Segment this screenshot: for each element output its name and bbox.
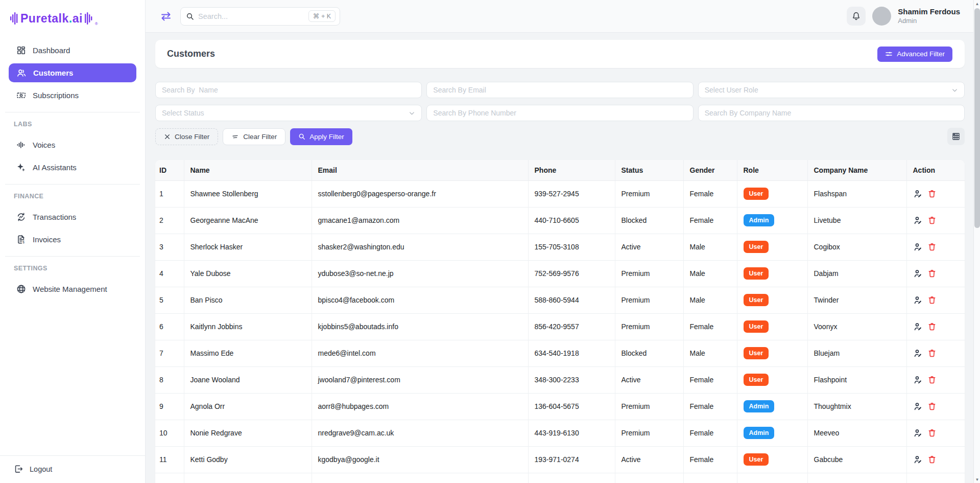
topbar-right: Shamim Ferdous Admin [847,7,960,26]
cell-empty [807,473,906,483]
column-header-email: Email [312,160,528,180]
filter-email-input[interactable] [433,86,686,94]
edit-customer-button[interactable] [913,322,923,332]
edit-customer-button[interactable] [913,216,923,225]
advanced-filter-button[interactable]: Advanced Filter [877,47,952,62]
cell-email: shasker2@washington.edu [312,234,528,260]
cell-company: Flashpoint [807,366,906,393]
edit-customer-button[interactable] [913,428,923,438]
clear-filter-button[interactable]: Clear Filter [223,128,285,145]
delete-customer-button[interactable] [927,349,937,358]
column-header-id: ID [155,160,184,180]
cell-phone: 588-860-5944 [528,287,615,313]
waveform-icon [16,140,26,150]
user-edit-icon [913,322,923,332]
sidebar-item-label: AI Assistants [33,163,77,172]
cell-name: Ketti Godby [184,446,312,473]
sidebar-item-website-management[interactable]: Website Management [9,280,136,298]
delete-customer-button[interactable] [927,402,937,411]
trash-icon [927,295,937,305]
globe-icon [16,284,26,294]
sidebar-item-ai-assistants[interactable]: AI Assistants [9,158,136,177]
edit-customer-button[interactable] [913,189,923,199]
sidebar-toggle-button[interactable] [160,10,172,22]
edit-customer-button[interactable] [913,295,923,305]
cell-status: Blocked [615,340,683,366]
cell-name: Yale Dubose [184,260,312,287]
cell-action [906,287,965,313]
table-row: 2 Georgeanne MacAne gmacane1@amazon.com … [155,207,965,234]
delete-customer-button[interactable] [927,189,937,198]
scrollbar-up-arrow[interactable]: ▲ [974,0,980,7]
table-row: 10 Nonie Redgrave nredgrave9@cam.ac.uk 4… [155,420,965,446]
edit-customer-button[interactable] [913,402,923,411]
delete-customer-button[interactable] [927,428,937,438]
sliders-icon [885,50,893,58]
sidebar-item-subscriptions[interactable]: Subscriptions [9,86,136,105]
delete-customer-button[interactable] [927,322,937,331]
notifications-button[interactable] [847,7,866,26]
logout-button[interactable]: Logout [0,455,145,483]
bell-icon [851,11,861,21]
sidebar-section-labs: LABS [0,120,145,132]
sidebar-item-transactions[interactable]: Transactions [9,208,136,226]
search-shortcut-badge: ⌘ + K [308,10,336,22]
edit-customer-button[interactable] [913,455,923,465]
clear-filter-label: Clear Filter [243,133,277,141]
user-avatar[interactable] [872,7,891,26]
user-edit-icon [913,269,923,279]
cell-gender: Male [683,260,737,287]
cell-gender: Female [683,446,737,473]
scrollbar-down-arrow[interactable]: ▼ [974,476,980,483]
table-row: 9 Agnola Orr aorr8@hubpages.com 136-604-… [155,393,965,420]
edit-customer-button[interactable] [913,349,923,358]
delete-customer-button[interactable] [927,269,937,278]
delete-customer-button[interactable] [927,216,937,225]
cell-id: 2 [155,207,184,234]
table-row: 7 Massimo Ede mede6@intel.com 634-540-19… [155,340,965,366]
apply-filter-button[interactable]: Apply Filter [290,128,352,145]
delete-customer-button[interactable] [927,455,937,464]
column-header-status: Status [615,160,683,180]
sidebar-item-invoices[interactable]: $ Invoices [9,230,136,249]
logo-wave-left-icon [10,8,18,29]
cell-phone: 193-971-0274 [528,446,615,473]
cell-company: Thoughtmix [807,393,906,420]
user-edit-icon [913,349,923,358]
role-badge: User [744,320,769,333]
user-edit-icon [913,189,923,199]
scrollbar-thumb[interactable] [974,8,980,228]
edit-customer-button[interactable] [913,375,923,385]
filter-name-input[interactable] [162,86,415,94]
page-scrollbar[interactable]: ▲ ▼ [973,0,980,483]
edit-customer-button[interactable] [913,269,923,279]
sidebar-item-customers[interactable]: Customers [9,63,136,82]
cell-status: Premium [615,393,683,420]
filter-phone-input[interactable] [433,109,686,117]
cell-email: aorr8@hubpages.com [312,393,528,420]
delete-customer-button[interactable] [927,295,937,305]
delete-customer-button[interactable] [927,375,937,384]
search-input[interactable] [198,12,304,20]
column-settings-button[interactable] [947,128,965,145]
delete-customer-button[interactable] [927,242,937,251]
cell-action [906,366,965,393]
sidebar-item-dashboard[interactable]: Dashboard [9,41,136,60]
cell-gender: Female [683,313,737,340]
cell-action [906,393,965,420]
sidebar-item-voices[interactable]: Voices [9,135,136,154]
user-edit-icon [913,216,923,225]
sidebar-item-label: Invoices [33,235,61,244]
cell-email: bpisco4@facebook.com [312,287,528,313]
cell-id: 10 [155,420,184,446]
cell-role: User [737,234,807,260]
customers-table-card: IDNameEmailPhoneStatusGenderRoleCompany … [155,160,965,483]
close-filter-button[interactable]: Close Filter [155,128,218,145]
filter-status-select[interactable]: Select Status [155,105,422,121]
cell-role: User [737,180,807,207]
filter-role-select[interactable]: Select User Role [698,82,965,98]
edit-customer-button[interactable] [913,242,923,252]
filter-phone-field [426,105,693,121]
user-edit-icon [913,242,923,252]
filter-company-input[interactable] [705,109,958,117]
